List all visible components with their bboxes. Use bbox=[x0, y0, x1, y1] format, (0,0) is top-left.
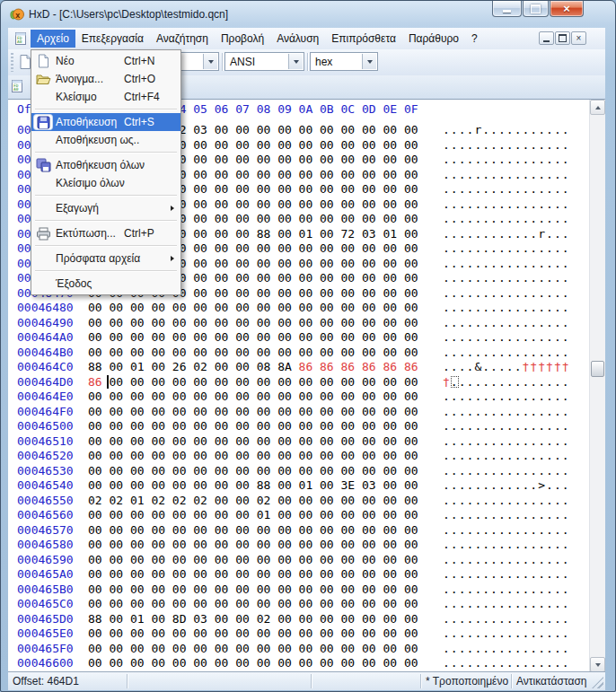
ascii-char[interactable]: . bbox=[474, 449, 482, 462]
ascii-char[interactable]: . bbox=[498, 508, 506, 521]
hex-byte[interactable]: 00 bbox=[362, 583, 383, 596]
ascii-char[interactable]: . bbox=[515, 197, 523, 211]
ascii-char[interactable]: . bbox=[538, 286, 546, 300]
hex-byte[interactable]: 88 bbox=[257, 478, 278, 492]
hex-byte[interactable]: 00 bbox=[235, 271, 257, 285]
hex-byte[interactable]: 00 bbox=[257, 257, 278, 270]
hex-byte[interactable]: 00 bbox=[215, 138, 236, 152]
hex-byte[interactable]: 00 bbox=[299, 182, 321, 196]
ascii-char[interactable]: > bbox=[538, 478, 546, 492]
hex-byte[interactable]: 00 bbox=[215, 523, 236, 537]
hex-byte[interactable]: 00 bbox=[109, 405, 130, 418]
hex-byte[interactable]: 00 bbox=[299, 153, 321, 166]
ascii-char[interactable]: . bbox=[490, 286, 498, 300]
hex-byte[interactable]: 00 bbox=[257, 583, 278, 596]
file-menu-item-Έξοδος[interactable]: Έξοδος bbox=[31, 275, 180, 293]
ascii-char[interactable]: . bbox=[482, 360, 490, 373]
ascii-char[interactable]: . bbox=[482, 197, 490, 211]
hex-byte[interactable]: 00 bbox=[404, 212, 426, 225]
ascii-char[interactable]: . bbox=[498, 346, 506, 359]
ascii-char[interactable]: . bbox=[451, 138, 459, 152]
hex-byte[interactable]: 00 bbox=[215, 464, 236, 477]
ascii-char[interactable]: . bbox=[530, 153, 538, 166]
ascii-char[interactable]: . bbox=[490, 612, 498, 626]
ascii-char[interactable]: . bbox=[451, 330, 459, 344]
ascii-char[interactable]: . bbox=[467, 553, 475, 566]
hex-byte[interactable]: 00 bbox=[404, 419, 426, 433]
hex-byte[interactable]: 00 bbox=[257, 138, 278, 152]
hex-byte[interactable]: 00 bbox=[151, 375, 172, 389]
ascii-char[interactable]: . bbox=[515, 583, 523, 596]
hex-byte[interactable]: 00 bbox=[299, 464, 321, 477]
ascii-char[interactable]: . bbox=[546, 508, 554, 521]
ascii-char[interactable]: . bbox=[443, 612, 451, 626]
ascii-char[interactable]: . bbox=[554, 567, 562, 581]
hex-byte[interactable]: 00 bbox=[383, 330, 404, 344]
hex-byte[interactable]: 00 bbox=[130, 449, 152, 462]
ascii-char[interactable]: † bbox=[538, 360, 546, 373]
hex-byte[interactable]: 00 bbox=[151, 301, 172, 314]
ascii-char[interactable]: . bbox=[459, 478, 467, 492]
hex-byte[interactable]: 00 bbox=[404, 508, 426, 521]
hex-byte[interactable]: 00 bbox=[193, 241, 215, 255]
ascii-char[interactable]: . bbox=[523, 567, 531, 581]
hex-byte[interactable]: 00 bbox=[109, 478, 130, 492]
ascii-char[interactable]: . bbox=[482, 434, 490, 448]
ascii-char[interactable]: . bbox=[482, 301, 490, 314]
hex-byte[interactable]: 00 bbox=[88, 301, 110, 314]
ascii-char[interactable]: . bbox=[538, 123, 546, 136]
ascii-char[interactable]: . bbox=[467, 449, 475, 462]
hex-byte[interactable]: 00 bbox=[320, 168, 341, 181]
hex-byte[interactable]: 00 bbox=[215, 241, 236, 255]
ascii-char[interactable]: . bbox=[523, 257, 531, 270]
hex-byte[interactable]: 00 bbox=[383, 478, 404, 492]
ascii-char[interactable]: . bbox=[474, 656, 482, 670]
hex-row-000465C0[interactable]: 000465C000000000000000000000000000000000… bbox=[8, 597, 590, 612]
hex-byte[interactable]: 00 bbox=[277, 567, 299, 581]
ascii-char[interactable]: . bbox=[523, 538, 531, 551]
hex-byte[interactable]: 00 bbox=[215, 597, 236, 610]
hex-byte[interactable]: 00 bbox=[320, 567, 341, 581]
hex-byte[interactable]: 00 bbox=[215, 642, 236, 655]
ascii-char[interactable]: . bbox=[490, 419, 498, 433]
hex-byte[interactable]: 86 bbox=[88, 375, 110, 389]
ascii-char[interactable]: . bbox=[451, 168, 459, 181]
hex-byte[interactable]: 00 bbox=[404, 656, 426, 670]
hex-byte[interactable]: 00 bbox=[341, 330, 363, 344]
ascii-char[interactable]: . bbox=[523, 153, 531, 166]
hex-byte[interactable]: 02 bbox=[88, 494, 110, 507]
hex-byte[interactable]: 00 bbox=[299, 346, 321, 359]
hex-byte[interactable]: 00 bbox=[130, 583, 152, 596]
ascii-char[interactable]: . bbox=[498, 494, 506, 507]
ascii-char[interactable]: . bbox=[490, 182, 498, 196]
hex-byte[interactable]: 00 bbox=[235, 405, 257, 418]
ascii-char[interactable]: . bbox=[443, 286, 451, 300]
hex-byte[interactable]: 00 bbox=[235, 583, 257, 596]
hex-byte[interactable]: 00 bbox=[172, 523, 194, 537]
ascii-char[interactable]: . bbox=[554, 212, 562, 225]
hex-byte[interactable]: 00 bbox=[404, 464, 426, 477]
hex-byte[interactable]: 00 bbox=[257, 449, 278, 462]
hex-byte[interactable]: 00 bbox=[362, 330, 383, 344]
ascii-char[interactable]: . bbox=[554, 612, 562, 626]
hex-row-00046570[interactable]: 0004657000000000000000000000000000000000… bbox=[8, 523, 590, 539]
ascii-char[interactable]: . bbox=[538, 464, 546, 477]
hex-byte[interactable]: 00 bbox=[151, 612, 172, 626]
ascii-char[interactable]: . bbox=[482, 227, 490, 241]
ascii-char[interactable]: . bbox=[515, 375, 523, 389]
ascii-char[interactable]: . bbox=[515, 330, 523, 344]
ascii-char[interactable]: . bbox=[451, 123, 459, 136]
hex-byte[interactable]: 00 bbox=[257, 390, 278, 403]
ascii-char[interactable]: . bbox=[554, 375, 562, 389]
hex-byte[interactable]: 00 bbox=[193, 478, 215, 492]
hex-byte[interactable]: 00 bbox=[341, 212, 363, 225]
hex-byte[interactable]: 00 bbox=[320, 241, 341, 255]
hex-byte[interactable]: 00 bbox=[277, 271, 299, 285]
hex-byte[interactable]: 00 bbox=[109, 301, 130, 314]
encoding-combo[interactable]: ANSI bbox=[224, 52, 304, 71]
hex-byte[interactable]: 00 bbox=[299, 583, 321, 596]
ascii-char[interactable]: . bbox=[562, 405, 570, 418]
hex-byte[interactable]: 00 bbox=[299, 567, 321, 581]
hex-byte[interactable]: 00 bbox=[320, 508, 341, 521]
ascii-char[interactable]: . bbox=[474, 464, 482, 477]
